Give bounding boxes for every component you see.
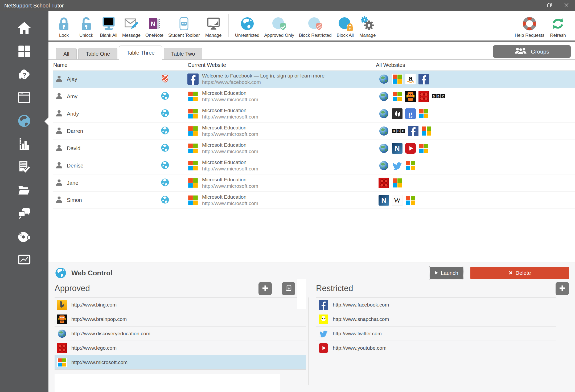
website-list-item[interactable]: http://www.youtube.com (316, 341, 556, 355)
sidebar-item-activity[interactable] (0, 252, 48, 269)
microsoft-icon (405, 195, 416, 206)
column-header-name: Name (53, 62, 149, 68)
current-site-url: http://www.microsoft.com (202, 200, 258, 207)
restore-button[interactable] (541, 0, 558, 11)
microsoft-icon (405, 160, 416, 171)
sidebar-item-surveys[interactable] (0, 159, 48, 176)
toolbar-button-help-requests[interactable]: Help Requests (515, 14, 544, 38)
student-row[interactable]: Simon Microsoft Education http://www.mic… (53, 191, 575, 209)
column-header-all-websites: All Websites (367, 62, 575, 68)
question-cloud-icon: ? (17, 67, 32, 83)
sidebar-item-charts[interactable] (0, 136, 48, 153)
toolbar-button-message[interactable]: Message (122, 14, 141, 38)
launch-button[interactable]: Launch (430, 267, 463, 279)
student-row[interactable]: Amy Microsoft Education http://www.micro… (53, 88, 575, 105)
sidebar-item-question-and-answer[interactable]: ? (0, 67, 48, 84)
delete-button[interactable]: Delete (470, 267, 569, 279)
minimize-button[interactable] (524, 0, 541, 11)
sidebar-item-home[interactable] (0, 20, 48, 37)
plus-icon (262, 285, 269, 293)
sidebar-item-web-control[interactable] (0, 113, 48, 130)
message-icon (124, 15, 139, 32)
toolbar-button-blank-all[interactable]: Blank All (100, 14, 117, 38)
website-list-item[interactable]: http://www.brainpop.com (55, 312, 306, 326)
sidebar-item-applications[interactable] (0, 90, 48, 107)
unrestricted-globe-icon (240, 15, 255, 32)
toolbar-button-manage[interactable]: Manage (359, 14, 376, 38)
student-row[interactable]: Andy Microsoft Education http://www.micr… (53, 105, 575, 122)
website-url: http://www.discoveryeducation.com (71, 331, 150, 337)
toolbar-button-refresh[interactable]: Refresh (549, 14, 567, 38)
website-list-item[interactable]: http://www.facebook.com (316, 298, 556, 312)
student-row[interactable]: Denise Microsoft Education http://www.mi… (53, 157, 575, 174)
toolbar-button-unrestricted[interactable]: Unrestricted (235, 14, 260, 38)
window-title: NetSupport School Tutor (0, 3, 64, 9)
toolbar-button-block-restricted[interactable]: Block Restricted (299, 14, 332, 38)
sidebar-item-files[interactable] (0, 182, 48, 199)
person-icon (55, 109, 63, 118)
toolbar-button-lock[interactable]: Lock (55, 14, 73, 38)
website-list-item[interactable]: http://www.microsoft.com (55, 355, 306, 370)
student-row[interactable]: David Microsoft Education http://www.mic… (53, 140, 575, 157)
toolbar-button-student-toolbar[interactable]: Student Toolbar (168, 14, 200, 38)
svg-text:B: B (437, 95, 440, 98)
current-site-favicon-microsoft-icon (187, 91, 199, 102)
website-url: http://www.lego.com (71, 345, 117, 351)
home-icon (17, 21, 32, 37)
earth-icon (379, 160, 389, 171)
sidebar-item-audio[interactable] (0, 229, 48, 246)
website-list-item[interactable]: http://www.lego.com (55, 341, 306, 355)
students-table: Name Current Website All Websites Ajay W… (48, 60, 575, 209)
plus-icon (559, 285, 566, 293)
website-list-item[interactable]: http://www.bing.com (55, 298, 306, 312)
window-icon (17, 90, 32, 107)
add-approved-website-button[interactable] (258, 282, 272, 295)
current-site-title: Welcome to Facebook — Log in, sign up or… (202, 73, 325, 79)
tab-table-one[interactable]: Table One (78, 48, 117, 60)
sidebar-item-chat[interactable] (0, 206, 48, 223)
active-item-notch (44, 117, 48, 125)
student-name: Darren (67, 128, 83, 134)
tab-table-three[interactable]: Table Three (119, 46, 162, 60)
toolbar-button-block-all[interactable]: Block All (336, 14, 354, 38)
approved-list-scrollbar[interactable] (308, 297, 309, 385)
apply-approved-website-button[interactable] (282, 282, 295, 295)
youtube-icon (405, 143, 416, 154)
current-site-url: http://www.microsoft.com (202, 148, 258, 155)
table-header: Name Current Website All Websites (53, 60, 575, 70)
student-row[interactable]: Jane Microsoft Education http://www.micr… (53, 174, 575, 191)
trend-monitor-icon (17, 252, 32, 269)
person-icon (55, 127, 63, 136)
earth-icon (379, 143, 389, 154)
microsoft-icon (57, 358, 67, 367)
tab-table-two[interactable]: Table Two (164, 48, 203, 60)
toolbar-button-label: Help Requests (515, 33, 544, 38)
toolbar-button-unlock[interactable]: Unlock (77, 14, 95, 38)
toolbar-button-manage[interactable]: Manage (205, 14, 222, 38)
sidebar-item-thumbnails[interactable] (0, 43, 48, 60)
website-list-item[interactable]: http://www.snapchat.com (316, 312, 556, 326)
website-list-item[interactable]: http://www.twitter.com (316, 326, 556, 341)
toolbar-button-onenote[interactable]: N OneNote (145, 14, 163, 38)
current-site-favicon-facebook-icon (187, 74, 199, 85)
add-restricted-website-button[interactable] (556, 282, 569, 295)
globe-status-icon (160, 201, 170, 205)
microsoft-icon (392, 91, 402, 102)
youtube-icon (319, 343, 328, 353)
toolbar-button-label: Student Toolbar (168, 33, 200, 38)
student-row[interactable]: Darren Microsoft Education http://www.mi… (53, 122, 575, 140)
tab-all[interactable]: All (56, 48, 77, 60)
toolbar-button-label: OneNote (145, 33, 163, 38)
student-name: Andy (67, 111, 79, 117)
delete-button-label: Delete (516, 270, 531, 276)
group-tabs-bar: All Table One Table Three Table Two Grou… (48, 44, 575, 60)
snapchat-icon (319, 315, 328, 324)
close-button[interactable] (558, 0, 575, 11)
toolbar-button-approved-only[interactable]: Approved Only (264, 14, 294, 38)
person-icon (55, 196, 63, 205)
website-list-item[interactable]: http://www.discoveryeducation.com (55, 326, 306, 341)
student-row[interactable]: Ajay Welcome to Facebook — Log in, sign … (53, 70, 575, 88)
groups-button[interactable]: Groups (493, 45, 571, 58)
audio-icon (17, 229, 32, 246)
current-site-favicon-microsoft-icon (187, 177, 199, 189)
